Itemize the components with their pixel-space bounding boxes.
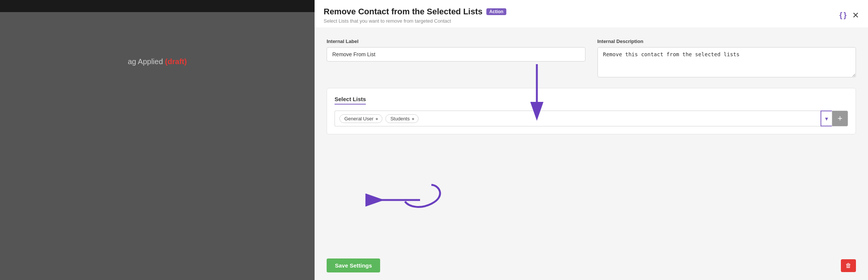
bg-content: ag Applied (draft) <box>0 12 315 280</box>
bg-draft-label: (draft) <box>165 57 187 66</box>
internal-description-group: Internal Description Remove this contact… <box>598 38 856 77</box>
panel-header: Remove Contact from the Selected Lists A… <box>315 0 868 28</box>
tag-chip-general-user[interactable]: General User ● <box>339 114 382 123</box>
save-settings-button[interactable]: Save Settings <box>327 258 380 272</box>
panel-title: Remove Contact from the Selected Lists <box>324 7 483 17</box>
tag-chip-general-user-label: General User <box>344 116 373 122</box>
panel: Remove Contact from the Selected Lists A… <box>315 0 868 280</box>
panel-header-right: { } ✕ <box>839 11 859 20</box>
close-icon[interactable]: ✕ <box>852 11 859 20</box>
delete-button[interactable]: 🗑 <box>841 259 856 272</box>
tag-chip-general-user-close[interactable]: ● <box>375 116 378 121</box>
form-row-labels: Internal Label Internal Description Remo… <box>327 38 856 77</box>
dropdown-button[interactable]: ▾ <box>821 111 832 126</box>
panel-footer: Save Settings 🗑 <box>315 251 868 280</box>
select-lists-title: Select Lists <box>335 96 366 105</box>
add-list-button[interactable]: + <box>832 111 848 126</box>
bg-tag-label: ag Applied (draft) <box>128 57 187 66</box>
chevron-down-icon: ▾ <box>825 115 828 122</box>
bg-tag-text: ag Applied <box>128 57 163 66</box>
lists-input-row: General User ● Students ● ▾ + <box>335 111 848 126</box>
action-badge: Action <box>486 8 506 15</box>
lists-tags-container[interactable]: General User ● Students ● <box>335 111 821 126</box>
panel-header-left: Remove Contact from the Selected Lists A… <box>324 7 506 24</box>
background-left: ag Applied (draft) <box>0 0 315 280</box>
panel-title-row: Remove Contact from the Selected Lists A… <box>324 7 506 17</box>
panel-body: Internal Label Internal Description Remo… <box>315 28 868 251</box>
braces-icon[interactable]: { } <box>839 11 846 20</box>
internal-description-label: Internal Description <box>598 38 856 44</box>
top-bar <box>0 0 315 12</box>
internal-label-group: Internal Label <box>327 38 585 77</box>
tag-chip-students[interactable]: Students ● <box>385 114 419 123</box>
internal-label-label: Internal Label <box>327 38 585 44</box>
panel-subtitle: Select Lists that you want to remove fro… <box>324 18 506 24</box>
tag-chip-students-label: Students <box>390 116 410 122</box>
plus-icon: + <box>837 114 842 123</box>
internal-label-input[interactable] <box>327 47 585 62</box>
select-lists-card: Select Lists General User ● Students ● ▾ <box>327 88 856 134</box>
tag-chip-students-close[interactable]: ● <box>412 116 415 121</box>
trash-icon: 🗑 <box>845 262 851 269</box>
internal-description-textarea[interactable]: Remove this contact from the selected li… <box>598 47 856 77</box>
